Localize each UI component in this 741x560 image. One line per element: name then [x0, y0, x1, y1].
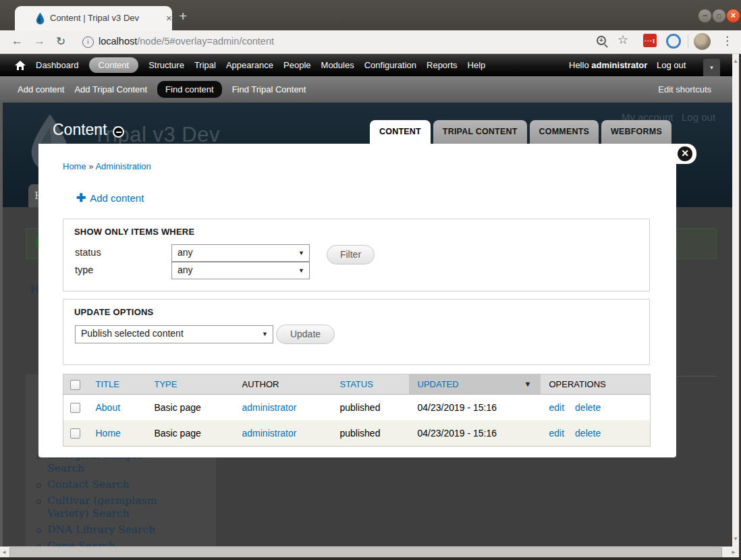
- breadcrumb-administration-link[interactable]: Administration: [95, 161, 150, 171]
- toolbar-item-configuration[interactable]: Configuration: [364, 60, 416, 70]
- content-table: TITLE TYPE AUTHOR STATUS UPDATED ▼ OPERA…: [63, 374, 651, 447]
- extension-blue-icon[interactable]: [666, 34, 681, 49]
- drupal-favicon: [34, 12, 46, 25]
- browser-tab[interactable]: Content | Tripal v3 Dev ×: [15, 6, 172, 30]
- window-maximize-button[interactable]: □: [712, 9, 726, 23]
- shortcut-find-tripal-content[interactable]: Find Tripal Content: [232, 84, 306, 94]
- new-tab-button[interactable]: +: [179, 8, 187, 24]
- sort-title-link[interactable]: TITLE: [96, 379, 119, 389]
- home-icon[interactable]: [15, 61, 26, 70]
- toolbar-item-dashboard[interactable]: Dashboard: [36, 60, 79, 70]
- window-titlebar: Content | Tripal v3 Dev × + − □ ×: [0, 0, 741, 30]
- delete-link[interactable]: delete: [575, 428, 601, 439]
- tab-title: Content | Tripal v3 Dev: [50, 13, 139, 23]
- background-logout-link[interactable]: Log out: [682, 111, 715, 123]
- breadcrumb-home-link[interactable]: Home: [63, 161, 86, 171]
- delete-link[interactable]: delete: [575, 402, 601, 413]
- filter-button[interactable]: Filter: [327, 245, 375, 264]
- edit-link[interactable]: edit: [549, 428, 565, 439]
- sidebar-item-dna-library-search[interactable]: DNA Library Search: [47, 524, 177, 536]
- extension-red-icon[interactable]: ···ı: [643, 34, 657, 47]
- filter-legend: SHOW ONLY ITEMS WHERE: [74, 227, 194, 237]
- overlay-collapse-icon[interactable]: [113, 126, 124, 138]
- reload-icon[interactable]: ↻: [56, 34, 65, 49]
- bookmark-star-icon[interactable]: ☆: [618, 32, 628, 47]
- node-title-link[interactable]: Home: [96, 428, 121, 439]
- vertical-scrollbar[interactable]: ▲ ▼: [732, 54, 739, 547]
- sort-desc-icon: ▼: [524, 380, 532, 388]
- update-button[interactable]: Update: [276, 325, 335, 344]
- username: administrator: [591, 60, 647, 70]
- type-label: type: [75, 264, 93, 275]
- toolbar-item-help[interactable]: Help: [468, 60, 486, 70]
- toolbar-toggle-button[interactable]: ▼: [703, 59, 720, 78]
- scroll-right-icon[interactable]: ►: [730, 549, 737, 555]
- select-arrow-icon: ▼: [262, 326, 268, 342]
- back-icon[interactable]: ←: [11, 34, 23, 48]
- toolbar-item-reports[interactable]: Reports: [427, 60, 458, 70]
- zoom-icon[interactable]: +: [597, 36, 606, 45]
- table-row: About Basic page administrator published…: [63, 395, 651, 421]
- window-close-button[interactable]: ×: [726, 9, 740, 23]
- sort-type-link[interactable]: TYPE: [155, 379, 177, 389]
- node-type: Basic page: [146, 395, 234, 421]
- select-arrow-icon: ▼: [298, 262, 304, 279]
- sort-updated-link[interactable]: UPDATED: [418, 379, 459, 389]
- update-fieldset: UPDATE OPTIONS Publish selected content …: [63, 299, 650, 365]
- toolbar-logout-link[interactable]: Log out: [657, 60, 686, 70]
- browser-menu-icon[interactable]: ⋮: [721, 34, 733, 48]
- sidebar-item-contact-search[interactable]: Contact Search: [47, 478, 177, 491]
- toolbar-item-tripal[interactable]: Tripal: [194, 60, 216, 70]
- scroll-left-icon[interactable]: ◄: [1, 549, 7, 555]
- toolbar-item-appearance[interactable]: Appearance: [226, 60, 273, 70]
- horizontal-scrollbar[interactable]: ◄ ►: [0, 547, 739, 557]
- select-all-checkbox[interactable]: [70, 380, 80, 390]
- tab-content[interactable]: CONTENT: [370, 120, 431, 144]
- edit-shortcuts-link[interactable]: Edit shortcuts: [658, 84, 711, 94]
- toolbar-item-structure[interactable]: Structure: [148, 60, 184, 70]
- node-author-link[interactable]: administrator: [242, 428, 297, 439]
- toolbar-item-people[interactable]: People: [283, 60, 310, 70]
- table-row: Home Basic page administrator published …: [63, 420, 651, 447]
- scroll-down-icon[interactable]: ▼: [732, 536, 739, 542]
- tab-close-icon[interactable]: ×: [166, 12, 172, 24]
- plus-icon: ✚: [76, 192, 86, 204]
- table-header-row: TITLE TYPE AUTHOR STATUS UPDATED ▼ OPERA…: [63, 374, 651, 395]
- node-updated: 04/23/2019 - 15:16: [409, 395, 541, 421]
- type-select[interactable]: any ▼: [171, 262, 310, 279]
- scroll-up-icon[interactable]: ▲: [732, 58, 739, 64]
- add-content-link[interactable]: Add content: [90, 192, 144, 204]
- add-content-action[interactable]: ✚Add content: [76, 191, 144, 205]
- window-minimize-button[interactable]: −: [698, 9, 712, 23]
- close-icon: ✕: [678, 146, 692, 161]
- node-author-link[interactable]: administrator: [242, 402, 297, 413]
- horizontal-scroll-thumb[interactable]: [9, 547, 722, 558]
- overlay-page-title: Content: [53, 121, 107, 139]
- header-operations: OPERATIONS: [549, 379, 606, 389]
- header-author: AUTHOR: [242, 379, 279, 389]
- update-action-select[interactable]: Publish selected content ▼: [75, 325, 273, 343]
- tab-tripal-content[interactable]: TRIPAL CONTENT: [433, 120, 527, 144]
- overlay-close-button[interactable]: ✕: [671, 144, 696, 164]
- shortcut-find-content[interactable]: Find content: [157, 81, 222, 98]
- edit-link[interactable]: edit: [549, 402, 565, 413]
- profile-avatar[interactable]: [694, 33, 711, 50]
- admin-toolbar: Dashboard Content Structure Tripal Appea…: [0, 54, 741, 76]
- page-info-icon[interactable]: i: [82, 36, 94, 48]
- shortcut-add-tripal-content[interactable]: Add Tripal Content: [74, 84, 147, 94]
- toolbar-item-modules[interactable]: Modules: [321, 60, 354, 70]
- tab-comments[interactable]: COMMENTS: [530, 120, 599, 144]
- sort-status-link[interactable]: STATUS: [340, 379, 373, 389]
- toolbar-item-content[interactable]: Content: [89, 57, 139, 73]
- address-bar: ← → ↻ i localhost/node/5#overlay=admin/c…: [0, 30, 741, 54]
- row-checkbox[interactable]: [70, 428, 80, 439]
- shortcut-add-content[interactable]: Add content: [18, 84, 64, 94]
- url-field[interactable]: localhost/node/5#overlay=admin/content: [99, 36, 274, 47]
- tab-webforms[interactable]: WEBFORMS: [601, 120, 671, 144]
- row-checkbox[interactable]: [70, 403, 80, 413]
- sidebar-item-cultivar-search[interactable]: Cultivar (germplasm Variety) Search: [47, 495, 177, 520]
- sidebar-item-gene-search[interactable]: Gene Search: [47, 540, 177, 547]
- node-title-link[interactable]: About: [96, 402, 121, 413]
- forward-icon[interactable]: →: [34, 34, 45, 48]
- status-select[interactable]: any ▼: [171, 244, 310, 262]
